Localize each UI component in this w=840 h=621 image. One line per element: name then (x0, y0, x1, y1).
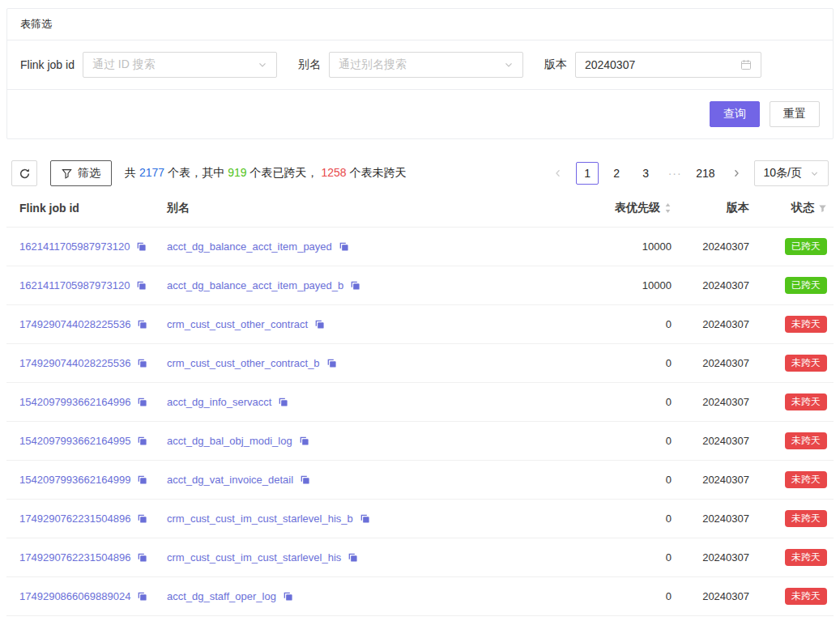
reset-button[interactable]: 重置 (770, 101, 820, 127)
priority-cell: 10000 (581, 266, 678, 305)
alias-link[interactable]: acct_dg_staff_oper_log (167, 590, 276, 602)
sort-icon[interactable] (664, 202, 672, 214)
page-button-3[interactable]: 3 (634, 162, 657, 185)
copy-icon[interactable] (299, 436, 309, 446)
next-page-button[interactable] (725, 162, 748, 185)
alias-link[interactable]: acct_dg_info_servacct (167, 396, 271, 408)
job-id-link[interactable]: 1621411705987973120 (19, 240, 130, 253)
status-badge: 未跨天 (785, 355, 827, 372)
copy-icon[interactable] (278, 397, 288, 407)
alias-link[interactable]: crm_cust_cust_im_cust_starlevel_his_b (167, 513, 353, 525)
table-row: 1749290744028225536 crm_cust_cust_other_… (6, 344, 834, 383)
filter-actions: 查询 重置 (7, 90, 833, 138)
job-id-link[interactable]: 1749290762231504896 (19, 513, 130, 525)
summary-text: 个表已跨天， (250, 166, 318, 179)
alias-placeholder: 通过别名搜索 (339, 57, 407, 72)
pagination-top: 1 2 3 ··· 218 10条/页 (547, 160, 829, 186)
job-id-select[interactable]: 通过 ID 搜索 (83, 52, 277, 78)
job-id-link[interactable]: 1542097993662164996 (19, 396, 130, 408)
copy-icon[interactable] (137, 513, 147, 524)
version-cell: 20240307 (678, 500, 756, 538)
header-version: 版本 (678, 189, 756, 228)
page-size-select[interactable]: 10条/页 (754, 160, 829, 186)
copy-icon[interactable] (137, 474, 147, 485)
copy-icon[interactable] (283, 591, 293, 602)
page-button-last[interactable]: 218 (693, 162, 718, 185)
copy-icon[interactable] (339, 241, 349, 252)
summary-text: 个表未跨天 (350, 166, 407, 179)
copy-icon[interactable] (314, 319, 325, 330)
priority-cell: 0 (581, 500, 678, 538)
alias-link[interactable]: acct_dg_bal_obj_modi_log (167, 435, 292, 447)
version-cell: 20240307 (678, 422, 756, 461)
status-badge: 已跨天 (785, 277, 827, 294)
page-button-1[interactable]: 1 (576, 162, 599, 185)
prev-page-button[interactable] (547, 162, 569, 185)
alias-label: 别名 (298, 57, 321, 72)
copy-icon[interactable] (348, 552, 358, 563)
job-id-label: Flink job id (20, 58, 75, 71)
alias-field: 别名 通过别名搜索 (298, 52, 523, 78)
copy-icon[interactable] (137, 591, 147, 602)
page-button-2[interactable]: 2 (605, 162, 628, 185)
summary-uncrossed-count: 1258 (322, 166, 347, 179)
table-row: 1749290744028225536 crm_cust_cust_other_… (6, 305, 834, 344)
alias-link[interactable]: crm_cust_cust_other_contract (167, 318, 308, 330)
job-id-link[interactable]: 1749290744028225536 (19, 357, 130, 369)
copy-icon[interactable] (300, 474, 310, 485)
copy-icon[interactable] (137, 397, 147, 407)
version-date-input[interactable]: 20240307 (575, 52, 761, 78)
version-cell: 20240307 (678, 228, 756, 266)
copy-icon[interactable] (137, 436, 147, 446)
job-id-link[interactable]: 1542097993662164995 (19, 435, 130, 447)
table-row: 1542097993662164995 acct_dg_bal_obj_modi… (6, 422, 834, 461)
alias-link[interactable]: acct_dg_balance_acct_item_payed_b (167, 279, 343, 291)
version-value: 20240307 (585, 58, 635, 71)
version-cell: 20240307 (678, 538, 756, 577)
alias-select[interactable]: 通过别名搜索 (329, 52, 523, 78)
copy-icon[interactable] (360, 513, 370, 524)
job-id-link[interactable]: 1749290866069889024 (19, 590, 130, 602)
job-id-link[interactable]: 1542097993662164999 (19, 474, 130, 486)
copy-icon[interactable] (136, 241, 147, 252)
filter-funnel-icon[interactable] (818, 204, 827, 213)
refresh-button[interactable] (11, 160, 37, 186)
table-row: 1621411705987973120 acct_dg_balance_acct… (6, 228, 834, 266)
copy-icon[interactable] (326, 358, 337, 368)
alias-link[interactable]: crm_cust_cust_other_contract_b (167, 357, 320, 369)
table-row: 1542097993662164996 acct_dg_info_servacc… (6, 383, 834, 422)
alias-link[interactable]: acct_dg_vat_invoice_detail (167, 474, 293, 486)
header-priority-label: 表优先级 (615, 201, 660, 215)
status-badge: 未跨天 (785, 588, 827, 605)
status-badge: 未跨天 (785, 510, 827, 527)
version-cell: 20240307 (678, 383, 756, 422)
alias-link[interactable]: acct_dg_balance_acct_item_payed (167, 240, 332, 253)
status-badge: 未跨天 (785, 393, 827, 410)
copy-icon[interactable] (350, 280, 360, 291)
priority-cell: 0 (581, 422, 678, 461)
copy-icon[interactable] (137, 358, 147, 368)
filter-toggle-button[interactable]: 筛选 (50, 160, 112, 186)
copy-icon[interactable] (137, 319, 147, 330)
copy-icon[interactable] (136, 280, 147, 291)
filter-panel: 表筛选 Flink job id 通过 ID 搜索 别名 通过别名搜索 版本 (6, 8, 834, 139)
table-summary: 共2177个表，其中919个表已跨天，1258个表未跨天 (125, 166, 407, 181)
status-badge: 已跨天 (785, 238, 827, 255)
funnel-icon (62, 168, 72, 179)
header-priority[interactable]: 表优先级 (581, 189, 678, 228)
alias-link[interactable]: crm_cust_cust_im_cust_starlevel_his (167, 551, 341, 564)
status-badge: 未跨天 (785, 471, 827, 488)
header-status[interactable]: 状态 (756, 189, 834, 228)
priority-cell: 0 (581, 383, 678, 422)
status-badge: 未跨天 (785, 432, 827, 449)
copy-icon[interactable] (137, 552, 147, 563)
job-id-link[interactable]: 1621411705987973120 (19, 279, 130, 291)
table-row: 1542097993662164999 acct_dg_vat_invoice_… (6, 461, 834, 500)
version-cell: 20240307 (678, 577, 756, 616)
query-button[interactable]: 查询 (710, 101, 760, 127)
job-id-link[interactable]: 1749290744028225536 (19, 318, 130, 330)
priority-cell: 0 (581, 305, 678, 344)
page-ellipsis[interactable]: ··· (663, 162, 686, 185)
version-label: 版本 (544, 57, 567, 72)
job-id-link[interactable]: 1749290762231504896 (19, 551, 130, 564)
